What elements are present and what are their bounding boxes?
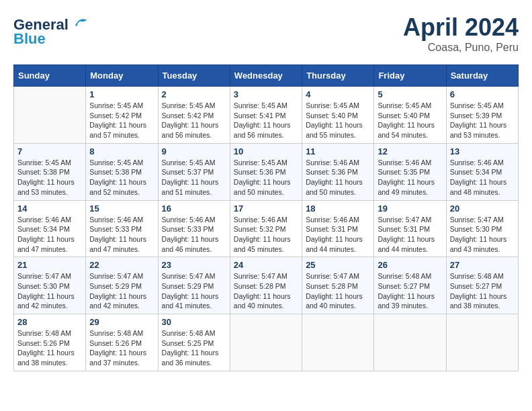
day-number: 13 — [450, 146, 515, 156]
day-number: 24 — [234, 260, 298, 270]
day-info: Sunrise: 5:45 AMSunset: 5:38 PMDaylight:… — [89, 158, 154, 197]
day-info: Sunrise: 5:46 AMSunset: 5:34 PMDaylight:… — [17, 215, 82, 255]
day-number: 2 — [162, 89, 226, 99]
day-info: Sunrise: 5:46 AMSunset: 5:31 PMDaylight:… — [306, 215, 370, 255]
calendar-week-row: 21Sunrise: 5:47 AMSunset: 5:30 PMDayligh… — [14, 257, 519, 314]
day-number: 26 — [378, 260, 442, 270]
calendar-cell — [446, 314, 518, 371]
calendar-cell: 15Sunrise: 5:46 AMSunset: 5:33 PMDayligh… — [86, 200, 158, 257]
day-number: 28 — [17, 317, 82, 327]
header: General Blue April 2024 Coasa, Puno, Per… — [13, 13, 519, 54]
day-number: 29 — [89, 317, 154, 327]
day-info: Sunrise: 5:45 AMSunset: 5:41 PMDaylight:… — [234, 101, 298, 140]
calendar-week-row: 7Sunrise: 5:45 AMSunset: 5:38 PMDaylight… — [14, 143, 519, 200]
calendar-cell: 11Sunrise: 5:46 AMSunset: 5:36 PMDayligh… — [302, 143, 374, 200]
day-info: Sunrise: 5:46 AMSunset: 5:33 PMDaylight:… — [162, 215, 226, 255]
calendar-cell: 30Sunrise: 5:48 AMSunset: 5:25 PMDayligh… — [158, 314, 230, 371]
calendar-cell: 26Sunrise: 5:48 AMSunset: 5:27 PMDayligh… — [374, 257, 446, 314]
calendar-cell: 5Sunrise: 5:45 AMSunset: 5:40 PMDaylight… — [374, 87, 446, 144]
calendar-cell: 13Sunrise: 5:46 AMSunset: 5:34 PMDayligh… — [446, 143, 518, 200]
day-number: 4 — [306, 89, 370, 99]
calendar-cell: 18Sunrise: 5:46 AMSunset: 5:31 PMDayligh… — [302, 200, 374, 257]
logo-bird-icon — [74, 13, 90, 30]
day-info: Sunrise: 5:45 AMSunset: 5:40 PMDaylight:… — [378, 101, 442, 140]
day-of-week-header: Tuesday — [158, 65, 230, 87]
day-number: 23 — [162, 260, 226, 270]
day-info: Sunrise: 5:47 AMSunset: 5:29 PMDaylight:… — [89, 271, 154, 311]
day-number: 14 — [17, 203, 82, 214]
calendar-cell: 10Sunrise: 5:45 AMSunset: 5:36 PMDayligh… — [230, 143, 302, 200]
day-info: Sunrise: 5:48 AMSunset: 5:26 PMDaylight:… — [89, 328, 154, 368]
day-number: 17 — [234, 203, 298, 214]
calendar-cell — [230, 314, 302, 371]
calendar-cell: 9Sunrise: 5:45 AMSunset: 5:37 PMDaylight… — [158, 143, 230, 200]
day-number: 8 — [89, 146, 154, 156]
day-info: Sunrise: 5:47 AMSunset: 5:28 PMDaylight:… — [306, 271, 370, 311]
day-number: 10 — [234, 146, 298, 156]
calendar-table: SundayMondayTuesdayWednesdayThursdayFrid… — [13, 64, 519, 371]
day-info: Sunrise: 5:46 AMSunset: 5:33 PMDaylight:… — [89, 215, 154, 255]
day-of-week-header: Sunday — [14, 65, 86, 87]
calendar-cell: 24Sunrise: 5:47 AMSunset: 5:28 PMDayligh… — [230, 257, 302, 314]
calendar-cell: 22Sunrise: 5:47 AMSunset: 5:29 PMDayligh… — [86, 257, 158, 314]
calendar-cell: 23Sunrise: 5:47 AMSunset: 5:29 PMDayligh… — [158, 257, 230, 314]
location: Coasa, Puno, Peru — [403, 42, 519, 54]
day-info: Sunrise: 5:45 AMSunset: 5:36 PMDaylight:… — [234, 158, 298, 197]
calendar-week-row: 28Sunrise: 5:48 AMSunset: 5:26 PMDayligh… — [14, 314, 519, 371]
day-number: 1 — [89, 89, 154, 99]
day-number: 11 — [306, 146, 370, 156]
day-number: 5 — [378, 89, 442, 99]
day-info: Sunrise: 5:45 AMSunset: 5:40 PMDaylight:… — [306, 101, 370, 140]
day-info: Sunrise: 5:45 AMSunset: 5:42 PMDaylight:… — [89, 101, 154, 140]
day-info: Sunrise: 5:46 AMSunset: 5:34 PMDaylight:… — [450, 158, 515, 197]
calendar-cell — [302, 314, 374, 371]
day-number: 9 — [162, 146, 226, 156]
day-info: Sunrise: 5:45 AMSunset: 5:42 PMDaylight:… — [162, 101, 226, 140]
calendar-cell: 29Sunrise: 5:48 AMSunset: 5:26 PMDayligh… — [86, 314, 158, 371]
day-info: Sunrise: 5:45 AMSunset: 5:37 PMDaylight:… — [162, 158, 226, 197]
calendar-cell: 17Sunrise: 5:46 AMSunset: 5:32 PMDayligh… — [230, 200, 302, 257]
day-number: 30 — [162, 317, 226, 327]
day-number: 18 — [306, 203, 370, 214]
day-info: Sunrise: 5:46 AMSunset: 5:32 PMDaylight:… — [234, 215, 298, 255]
day-number: 7 — [17, 146, 82, 156]
day-number: 25 — [306, 260, 370, 270]
day-of-week-header: Saturday — [446, 65, 518, 87]
day-of-week-header: Wednesday — [230, 65, 302, 87]
day-info: Sunrise: 5:48 AMSunset: 5:25 PMDaylight:… — [162, 328, 226, 368]
day-of-week-header: Thursday — [302, 65, 374, 87]
day-info: Sunrise: 5:48 AMSunset: 5:27 PMDaylight:… — [450, 271, 515, 311]
calendar-cell: 19Sunrise: 5:47 AMSunset: 5:31 PMDayligh… — [374, 200, 446, 257]
day-number: 12 — [378, 146, 442, 156]
calendar-cell: 7Sunrise: 5:45 AMSunset: 5:38 PMDaylight… — [14, 143, 86, 200]
calendar-cell: 20Sunrise: 5:47 AMSunset: 5:30 PMDayligh… — [446, 200, 518, 257]
calendar-header-row: SundayMondayTuesdayWednesdayThursdayFrid… — [14, 65, 519, 87]
day-info: Sunrise: 5:47 AMSunset: 5:30 PMDaylight:… — [17, 271, 82, 311]
day-number: 15 — [89, 203, 154, 214]
calendar-cell: 1Sunrise: 5:45 AMSunset: 5:42 PMDaylight… — [86, 87, 158, 144]
day-info: Sunrise: 5:45 AMSunset: 5:38 PMDaylight:… — [17, 158, 82, 197]
calendar-cell: 14Sunrise: 5:46 AMSunset: 5:34 PMDayligh… — [14, 200, 86, 257]
day-number: 20 — [450, 203, 515, 214]
calendar-cell: 16Sunrise: 5:46 AMSunset: 5:33 PMDayligh… — [158, 200, 230, 257]
calendar-cell: 3Sunrise: 5:45 AMSunset: 5:41 PMDaylight… — [230, 87, 302, 144]
day-of-week-header: Monday — [86, 65, 158, 87]
day-info: Sunrise: 5:47 AMSunset: 5:28 PMDaylight:… — [234, 271, 298, 311]
calendar-cell: 25Sunrise: 5:47 AMSunset: 5:28 PMDayligh… — [302, 257, 374, 314]
day-info: Sunrise: 5:47 AMSunset: 5:31 PMDaylight:… — [378, 215, 442, 255]
day-number: 21 — [17, 260, 82, 270]
month-title: April 2024 — [403, 13, 519, 42]
day-info: Sunrise: 5:46 AMSunset: 5:35 PMDaylight:… — [378, 158, 442, 197]
day-number: 16 — [162, 203, 226, 214]
day-info: Sunrise: 5:47 AMSunset: 5:30 PMDaylight:… — [450, 215, 515, 255]
calendar-week-row: 1Sunrise: 5:45 AMSunset: 5:42 PMDaylight… — [14, 87, 519, 144]
calendar-cell: 28Sunrise: 5:48 AMSunset: 5:26 PMDayligh… — [14, 314, 86, 371]
calendar-week-row: 14Sunrise: 5:46 AMSunset: 5:34 PMDayligh… — [14, 200, 519, 257]
day-info: Sunrise: 5:45 AMSunset: 5:39 PMDaylight:… — [450, 101, 515, 140]
day-info: Sunrise: 5:48 AMSunset: 5:26 PMDaylight:… — [17, 328, 82, 368]
calendar-cell: 6Sunrise: 5:45 AMSunset: 5:39 PMDaylight… — [446, 87, 518, 144]
day-number: 22 — [89, 260, 154, 270]
calendar-cell: 4Sunrise: 5:45 AMSunset: 5:40 PMDaylight… — [302, 87, 374, 144]
calendar-cell: 12Sunrise: 5:46 AMSunset: 5:35 PMDayligh… — [374, 143, 446, 200]
day-of-week-header: Friday — [374, 65, 446, 87]
